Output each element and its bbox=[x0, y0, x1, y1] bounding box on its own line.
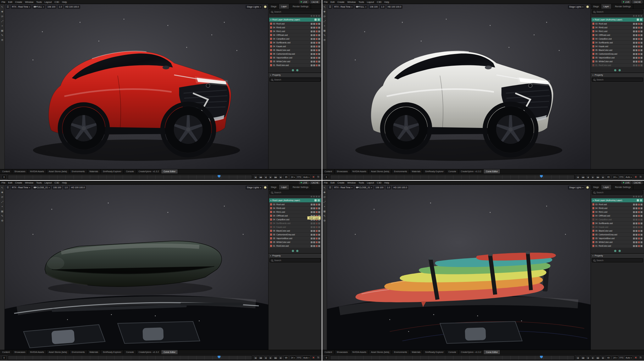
layer-row[interactable]: 05_WhiteColor.usd bbox=[591, 60, 643, 63]
bottom-tab[interactable]: Curve Editor bbox=[484, 169, 500, 173]
bottom-tab[interactable]: Showcases bbox=[335, 350, 350, 354]
mute-layer-icon[interactable] bbox=[636, 230, 637, 232]
local-delta-icon[interactable] bbox=[633, 27, 635, 29]
bottom-tab[interactable]: NVIDIA Assets bbox=[28, 350, 47, 354]
bottom-tab[interactable]: Content bbox=[0, 350, 12, 354]
layer-row[interactable]: 04_OffRoad.usd bbox=[591, 214, 643, 217]
current-frame-field[interactable]: 65 bbox=[606, 356, 611, 360]
mute-layer-icon[interactable] bbox=[636, 222, 637, 224]
property-panel-header[interactable]: ▾ Property bbox=[591, 73, 644, 77]
bottom-tab[interactable]: NVIDIA Assets bbox=[28, 169, 47, 173]
layer-row[interactable]: 05_CarbonizedGray.usd bbox=[591, 233, 643, 236]
bottom-tab[interactable]: SimReady Explorer bbox=[101, 350, 124, 354]
current-frame-field[interactable]: 65 bbox=[606, 175, 611, 179]
save-layer-icon[interactable] bbox=[641, 245, 642, 247]
playhead[interactable] bbox=[218, 356, 220, 359]
save-layer-icon[interactable] bbox=[641, 222, 642, 224]
local-delta-icon[interactable] bbox=[633, 30, 635, 32]
cache-indicator[interactable]: CACHE bbox=[310, 0, 320, 3]
fps-select[interactable]: 24 ▾ bbox=[290, 175, 296, 179]
mute-layer-icon[interactable] bbox=[636, 226, 637, 228]
menu-item[interactable]: Window bbox=[25, 1, 34, 3]
save-layer-icon[interactable] bbox=[641, 27, 642, 29]
snap-tool-icon[interactable]: ⌖ bbox=[323, 205, 326, 208]
go-to-start-button[interactable]: |◀ bbox=[253, 175, 258, 179]
local-delta-icon[interactable] bbox=[633, 207, 635, 209]
lock-layer-icon[interactable] bbox=[316, 23, 318, 25]
prev-key-button[interactable]: ◀◀ bbox=[581, 175, 585, 179]
timeline-ruler[interactable] bbox=[330, 355, 575, 360]
create-sublayer-icon[interactable] bbox=[619, 250, 621, 252]
select-tool-icon[interactable]: ↖ bbox=[1, 5, 4, 9]
select-tool-icon[interactable]: ↖ bbox=[323, 186, 326, 189]
snap-tool-icon[interactable]: ⌖ bbox=[1, 24, 4, 28]
lock-layer-icon[interactable] bbox=[316, 238, 318, 239]
bottom-tab[interactable]: Asset Stores (beta) bbox=[47, 169, 69, 173]
save-layer-icon[interactable] bbox=[318, 230, 320, 232]
save-layer-icon[interactable] bbox=[318, 204, 320, 206]
mute-layer-icon[interactable] bbox=[313, 49, 315, 51]
mute-layer-icon[interactable] bbox=[636, 46, 637, 47]
layer-row[interactable]: 05_VaporizeBlue.usd bbox=[269, 56, 321, 59]
markup-tool-icon[interactable]: ✎ bbox=[1, 214, 4, 218]
scale-tool-icon[interactable]: ⤢ bbox=[323, 200, 326, 204]
mute-layer-icon[interactable] bbox=[313, 222, 315, 224]
save-layer-icon[interactable] bbox=[318, 53, 320, 55]
local-delta-icon[interactable] bbox=[633, 46, 635, 47]
prev-frame-button[interactable]: ◀ bbox=[586, 175, 590, 179]
next-key-button[interactable]: ▶▶ bbox=[596, 175, 600, 179]
menu-item[interactable]: File bbox=[2, 1, 5, 3]
markup-tool-icon[interactable]: ✎ bbox=[323, 34, 326, 37]
playhead[interactable] bbox=[540, 175, 543, 178]
current-frame-field[interactable]: 65 bbox=[284, 356, 289, 360]
save-layer-icon[interactable] bbox=[641, 61, 642, 63]
mute-layer-icon[interactable] bbox=[313, 238, 315, 239]
cache-indicator[interactable]: CACHE bbox=[632, 0, 642, 3]
save-layer-icon[interactable] bbox=[641, 234, 642, 236]
save-layer-icon[interactable] bbox=[641, 38, 642, 40]
cache-indicator[interactable]: CACHE bbox=[632, 181, 642, 184]
lock-layer-icon[interactable] bbox=[638, 230, 640, 232]
lock-layer-icon[interactable] bbox=[316, 230, 318, 232]
property-search-input[interactable]: Search bbox=[592, 258, 643, 262]
local-delta-icon[interactable] bbox=[633, 204, 635, 206]
move-tool-icon[interactable]: ✚ bbox=[323, 10, 326, 14]
menu-item[interactable]: C3D bbox=[377, 1, 381, 3]
menu-item[interactable]: Create bbox=[15, 181, 22, 184]
layer-row[interactable]: 04_Rim1.usd bbox=[591, 30, 643, 33]
layer-row[interactable]: 04_Rim1.usd bbox=[269, 30, 321, 33]
mute-layer-icon[interactable] bbox=[313, 207, 315, 209]
layer-row[interactable]: 03_Roof.usd bbox=[591, 22, 643, 25]
layer-row[interactable]: 04_Rim6.usd bbox=[591, 206, 643, 210]
menu-item[interactable]: Help bbox=[384, 181, 389, 184]
save-layer-icon[interactable] bbox=[641, 226, 642, 228]
bottom-tab[interactable]: SimReady Explorer bbox=[423, 350, 446, 354]
layer-row[interactable]: 05_BlackColor.usd bbox=[591, 48, 643, 52]
local-delta-icon[interactable] bbox=[311, 61, 313, 63]
local-delta-icon[interactable] bbox=[633, 64, 635, 66]
mute-layer-icon[interactable] bbox=[313, 204, 315, 206]
lock-layer-icon[interactable] bbox=[638, 226, 640, 228]
lock-layer-icon[interactable] bbox=[316, 49, 318, 51]
move-tool-icon[interactable]: ✚ bbox=[1, 10, 4, 14]
mute-layer-icon[interactable] bbox=[313, 53, 315, 55]
local-delta-icon[interactable] bbox=[633, 53, 635, 55]
layer-row[interactable]: 05_CarbonizedGray.usd bbox=[269, 52, 321, 56]
rotate-tool-icon[interactable]: ⟳ bbox=[323, 195, 326, 199]
menu-item[interactable]: File bbox=[324, 181, 328, 184]
mute-layer-icon[interactable] bbox=[636, 42, 637, 44]
bottom-tab[interactable]: Console bbox=[124, 350, 136, 354]
edit-target-icon[interactable] bbox=[637, 19, 639, 21]
mute-layer-icon[interactable] bbox=[636, 61, 637, 63]
scale-tool-icon[interactable]: ⤢ bbox=[1, 200, 4, 204]
bottom-tab[interactable]: Curve Editor bbox=[161, 350, 178, 354]
menu-item[interactable]: Window bbox=[347, 1, 356, 3]
save-layer-icon[interactable] bbox=[641, 211, 642, 213]
root-layer-row[interactable]: ▾ Root Layer (Authoring Layer) bbox=[269, 18, 321, 22]
bottom-tab[interactable]: CreateXplore - v1.3.2 bbox=[136, 169, 162, 173]
frame-tool-icon[interactable]: ▦ bbox=[1, 29, 4, 32]
lock-layer-icon[interactable] bbox=[316, 207, 318, 209]
timeline-start-field[interactable]: 0 bbox=[2, 356, 7, 360]
local-delta-icon[interactable] bbox=[633, 219, 635, 221]
layer-row[interactable]: 04_OffRoad.usd bbox=[269, 33, 321, 37]
